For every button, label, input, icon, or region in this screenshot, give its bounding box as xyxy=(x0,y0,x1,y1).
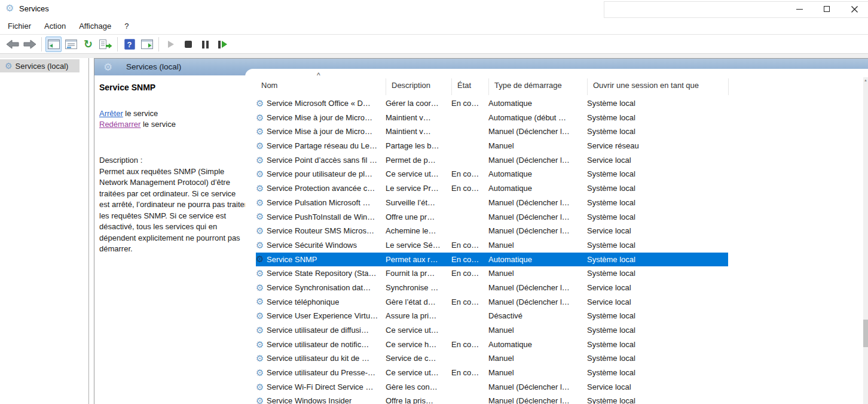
column-header-etat[interactable]: État xyxy=(457,81,471,90)
column-header-type-demarrage[interactable]: Type de démarrage xyxy=(494,81,562,90)
service-name: Service utilisateur de diffusi… xyxy=(267,323,369,338)
refresh-icon[interactable]: ↻ xyxy=(80,37,96,52)
minimize-button[interactable] xyxy=(786,0,813,18)
service-gear-icon: ⚙ xyxy=(256,296,267,307)
service-gear-icon: ⚙ xyxy=(256,211,267,222)
service-gear-icon: ⚙ xyxy=(256,339,267,350)
table-row[interactable]: ⚙Service pour utilisateur de pl…Ce servi… xyxy=(256,167,728,181)
table-row[interactable]: ⚙Service Windows InsiderOffre la pris…Ma… xyxy=(256,394,728,404)
vertical-scrollbar[interactable]: ▲ xyxy=(863,77,868,404)
table-row[interactable]: ⚙Service Wi-Fi Direct Service …Gère les … xyxy=(256,380,728,394)
service-name: Service Mise à jour de Micro… xyxy=(267,111,372,125)
pause-service-icon[interactable] xyxy=(197,37,213,52)
service-name: Service PushToInstall de Win… xyxy=(267,210,375,224)
stop-service-icon[interactable] xyxy=(180,37,196,52)
service-name: Service Windows Insider xyxy=(267,394,352,404)
start-service-icon[interactable] xyxy=(163,37,179,52)
table-row[interactable]: ⚙Service téléphoniqueGère l’état d…En co… xyxy=(256,295,728,309)
menu-help[interactable]: ? xyxy=(118,19,135,33)
table-row[interactable]: ⚙Service Point d’accès sans fil …Permet … xyxy=(256,153,728,168)
service-name: Service Microsoft Office « D… xyxy=(267,96,371,111)
column-header-nom[interactable]: Nom xyxy=(261,81,277,90)
restart-service-link[interactable]: Redémarrer xyxy=(99,120,140,129)
scroll-up-icon: ▲ xyxy=(864,78,867,82)
main-panel: ⚙ Services (local) Service SNMP Arrêter … xyxy=(94,58,868,404)
show-console-tree-icon[interactable] xyxy=(45,37,62,52)
table-row[interactable]: ⚙Service Mise à jour de Micro…Maintient … xyxy=(256,124,728,139)
service-gear-icon: ⚙ xyxy=(256,155,267,166)
show-action-pane-icon[interactable] xyxy=(139,37,155,52)
service-gear-icon: ⚙ xyxy=(256,113,267,123)
table-row[interactable]: ⚙Service Protection avancée c…Le service… xyxy=(256,181,728,196)
menu-fichier[interactable]: Fichier xyxy=(1,19,38,33)
properties-icon[interactable] xyxy=(63,37,79,52)
service-gear-icon: ⚙ xyxy=(256,396,267,404)
service-name: Service utilisateur du kit de … xyxy=(267,351,369,366)
service-name: Service SNMP xyxy=(267,253,317,267)
service-name: Service téléphonique xyxy=(267,295,339,309)
scrollbar-thumb[interactable] xyxy=(863,320,868,347)
table-row[interactable]: ⚙Service State Repository (Sta…Fournit l… xyxy=(256,266,728,281)
restart-service-icon[interactable] xyxy=(215,37,231,52)
title-bar: ⚙ Services xyxy=(0,0,868,18)
toolbar-separator xyxy=(117,37,118,51)
table-row[interactable]: ⚙Service Partage réseau du Le…Partage le… xyxy=(256,139,728,153)
table-row[interactable]: ⚙Service Microsoft Office « D…Gérer la c… xyxy=(256,96,728,111)
service-table-body: ⚙Service Microsoft Office « D…Gérer la c… xyxy=(256,96,728,404)
export-list-icon[interactable] xyxy=(97,37,114,52)
table-row-selected[interactable]: ⚙Service SNMPPermet aux r…En co…Automati… xyxy=(256,253,728,267)
column-header-description[interactable]: Description xyxy=(392,81,430,90)
console-tree-panel: ⚙Services (local) xyxy=(0,58,89,404)
stop-service-link[interactable]: Arrêter xyxy=(99,109,123,118)
table-row[interactable]: ⚙Service utilisateur du kit de …Service … xyxy=(256,351,728,366)
restart-service-line: Redémarrer le service xyxy=(99,119,246,130)
service-gear-icon: ⚙ xyxy=(256,198,267,208)
column-header-ouvrir-session[interactable]: Ouvrir une session en tant que xyxy=(593,81,699,90)
help-icon[interactable]: ? xyxy=(121,37,137,52)
menu-action[interactable]: Action xyxy=(38,19,72,33)
service-gear-icon: ⚙ xyxy=(256,254,267,265)
service-name: Service utilisateur de notific… xyxy=(267,338,369,352)
services-mmc-window: { "window": { "title": "Services", "cont… xyxy=(0,0,868,404)
service-description: Description : Permet aux requêtes SNMP (… xyxy=(99,155,247,255)
forward-arrow-icon[interactable] xyxy=(22,37,38,52)
description-label: Description : xyxy=(99,155,247,166)
service-name: Service Partage réseau du Le… xyxy=(267,139,377,153)
table-row[interactable]: ⚙Service utilisateur du Presse-…Ce servi… xyxy=(256,366,728,380)
service-gear-icon: ⚙ xyxy=(256,283,267,293)
table-row[interactable]: ⚙Service Mise à jour de Micro…Maintient … xyxy=(256,111,728,125)
service-name: Service Routeur SMS Micros… xyxy=(267,224,374,238)
table-row[interactable]: ⚙Service utilisateur de diffusi…Ce servi… xyxy=(256,323,728,338)
toolbar-separator xyxy=(158,37,159,51)
table-row[interactable]: ⚙Service Pulsation Microsoft …Surveille … xyxy=(256,196,728,210)
content-top-strip xyxy=(0,54,868,58)
service-gear-icon: ⚙ xyxy=(256,98,267,109)
service-gear-icon: ⚙ xyxy=(256,183,267,194)
table-row[interactable]: ⚙Service User Experience Virtu…Assure la… xyxy=(256,309,728,323)
table-row[interactable]: ⚙Service Synchronisation dat…Synchronise… xyxy=(256,281,728,295)
tree-item-services-local[interactable]: ⚙Services (local) xyxy=(0,59,80,72)
maximize-button[interactable] xyxy=(813,0,841,18)
service-name: Service Pulsation Microsoft … xyxy=(267,196,370,210)
service-gear-icon: ⚙ xyxy=(256,353,267,364)
service-action-links: Arrêter le service Redémarrer le service xyxy=(99,108,246,130)
service-detail-pane: Service SNMP Arrêter le service Redémarr… xyxy=(94,75,246,404)
table-row[interactable]: ⚙Service utilisateur de notific…Ce servi… xyxy=(256,338,728,352)
table-row[interactable]: ⚙Service Sécurité WindowsLe service Sé…E… xyxy=(256,238,728,253)
close-button[interactable] xyxy=(841,0,868,18)
back-arrow-icon[interactable] xyxy=(4,37,20,52)
service-name: Service Mise à jour de Micro… xyxy=(267,124,372,139)
toolbar: ↻ ? xyxy=(0,35,868,54)
stop-service-line: Arrêter le service xyxy=(99,108,246,119)
table-row[interactable]: ⚙Service PushToInstall de Win…Offre une … xyxy=(256,210,728,224)
service-gear-icon: ⚙ xyxy=(256,126,267,137)
content-area: ⚙Services (local) ⚙ Services (local) Ser… xyxy=(0,54,868,404)
table-row[interactable]: ⚙Service Routeur SMS Micros…Achemine le…… xyxy=(256,224,728,238)
service-name: Service Synchronisation dat… xyxy=(267,281,371,295)
band-title: Services (local) xyxy=(126,62,181,71)
service-name: Service utilisateur du Presse-… xyxy=(267,366,375,380)
service-name: Service Point d’accès sans fil … xyxy=(267,153,377,168)
minimize-icon xyxy=(796,9,803,10)
service-name: Service pour utilisateur de pl… xyxy=(267,167,372,181)
menu-affichage[interactable]: Affichage xyxy=(72,19,118,33)
